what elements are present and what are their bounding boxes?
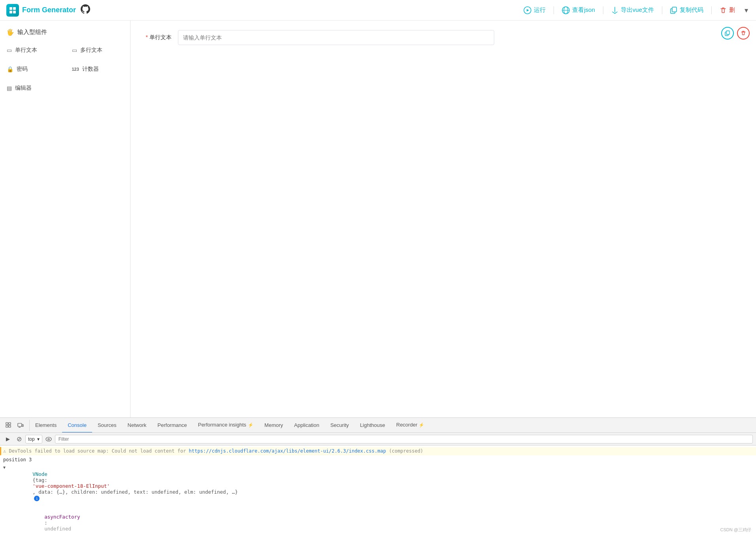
eye-icon[interactable] [44, 434, 53, 444]
tab-application[interactable]: Application [289, 418, 325, 433]
info-icon[interactable]: i [34, 496, 40, 501]
devtools-tabs: Elements Console Sources Network Perform… [0, 418, 756, 433]
tab-console[interactable]: Console [62, 418, 92, 433]
editor-label: 编辑器 [15, 85, 32, 92]
form-preview: *单行文本 [130, 21, 756, 417]
context-label: top [28, 436, 35, 442]
delete-label: 删 [729, 6, 735, 14]
delete-button[interactable]: 删 [720, 6, 735, 14]
play-button[interactable]: ▶ [3, 434, 13, 444]
form-actions [721, 27, 750, 40]
warning-text: ⚠ DevTools failed to load source map: Co… [3, 448, 189, 454]
more-button[interactable]: ▾ [743, 6, 750, 15]
form-label: *单行文本 [140, 34, 172, 41]
svg-rect-17 [9, 425, 11, 427]
svg-rect-15 [6, 425, 8, 427]
tab-security[interactable]: Security [325, 418, 354, 433]
tab-sources[interactable]: Sources [92, 418, 122, 433]
multiline-text-label: 多行文本 [80, 47, 102, 54]
warning-line: ⚠ DevTools failed to load source map: Co… [0, 447, 756, 455]
inspect-icon[interactable] [3, 420, 14, 431]
prop-asyncFactory: ▶ asyncFactory : undefined [0, 508, 756, 536]
password-label: 密码 [17, 66, 28, 73]
copy-code-button[interactable]: 复制代码 [670, 6, 703, 14]
view-json-label: 查看json [572, 6, 595, 14]
copy-field-button[interactable] [721, 27, 734, 40]
context-select[interactable]: top ▾ [25, 435, 42, 444]
copy-code-label: 复制代码 [680, 6, 703, 14]
main-area: 🖐 输入型组件 ▭ 单行文本 ▭ 多行文本 🔒 密码 123 计数器 ▤ 编辑 [0, 21, 756, 417]
performance-insights-icon: ⚡ [248, 418, 253, 432]
svg-marker-5 [527, 9, 529, 11]
sidebar-item-multiline-text[interactable]: ▭ 多行文本 [65, 41, 130, 60]
tab-memory[interactable]: Memory [259, 418, 289, 433]
run-button[interactable]: 运行 [524, 6, 546, 14]
svg-rect-19 [22, 425, 23, 427]
top-bar: Form Generator 运行 查看json [0, 0, 756, 21]
counter-icon: 123 [72, 67, 79, 72]
svg-rect-1 [13, 7, 16, 10]
tab-lighthouse[interactable]: Lighthouse [354, 418, 391, 433]
svg-rect-18 [18, 423, 22, 427]
context-chevron: ▾ [37, 436, 40, 442]
export-vue-button[interactable]: 导出vue文件 [611, 6, 654, 14]
tab-recorder[interactable]: Recorder ⚡ [391, 418, 430, 433]
editor-icon: ▤ [7, 85, 12, 91]
devtools-content: ⚠ DevTools failed to load source map: Co… [0, 445, 756, 536]
tab-performance-insights[interactable]: Performance insights ⚡ [193, 418, 259, 433]
password-icon: 🔒 [7, 66, 13, 72]
stop-button[interactable]: ⊘ [14, 434, 24, 444]
vnode-root: ▼ VNode {tag: 'vue-component-18-ElInput'… [0, 464, 756, 508]
github-icon[interactable] [81, 4, 90, 16]
devices-icon[interactable] [15, 420, 26, 431]
sidebar-item-single-text[interactable]: ▭ 单行文本 [0, 41, 65, 60]
svg-rect-14 [6, 423, 8, 425]
vnode-toggle[interactable]: ▼ [3, 465, 9, 470]
filter-input[interactable] [55, 435, 753, 444]
svg-rect-16 [9, 423, 11, 425]
position-line: position 3 [0, 455, 756, 464]
delete-field-button[interactable] [737, 27, 750, 40]
sidebar-grid: ▭ 单行文本 ▭ 多行文本 🔒 密码 123 计数器 ▤ 编辑器 [0, 41, 130, 98]
svg-rect-2 [9, 11, 12, 13]
svg-rect-0 [9, 7, 12, 10]
svg-point-21 [46, 437, 51, 441]
form-row: *单行文本 [140, 30, 747, 45]
warning-suffix: (compressed) [389, 448, 423, 454]
vnode-desc: {tag: [32, 477, 50, 483]
view-json-button[interactable]: 查看json [562, 6, 595, 14]
divider [711, 6, 712, 14]
single-text-input[interactable] [178, 30, 494, 45]
svg-point-22 [48, 438, 49, 440]
svg-rect-3 [13, 11, 16, 13]
svg-rect-11 [672, 7, 677, 12]
svg-rect-13 [726, 31, 730, 34]
devtools-toolbar: ▶ ⊘ top ▾ [0, 433, 756, 445]
sidebar-item-counter[interactable]: 123 计数器 [65, 60, 130, 79]
tab-network[interactable]: Network [122, 418, 152, 433]
tab-elements[interactable]: Elements [30, 418, 62, 433]
logo-icon [6, 4, 19, 17]
devtools-panel: Elements Console Sources Network Perform… [0, 417, 756, 536]
export-vue-label: 导出vue文件 [621, 6, 654, 14]
warning-link[interactable]: https://cdnjs.cloudflare.com/ajax/libs/e… [189, 448, 386, 454]
devtools-icon-group [0, 420, 30, 431]
divider [662, 6, 662, 14]
recorder-icon: ⚡ [419, 418, 424, 432]
single-text-label: 单行文本 [15, 47, 37, 54]
app-logo: Form Generator [6, 4, 76, 17]
sidebar-item-editor[interactable]: ▤ 编辑器 [0, 79, 65, 98]
required-star: * [146, 34, 148, 40]
multiline-text-icon: ▭ [72, 47, 77, 53]
watermark: CSDN @三鸡仔 [720, 527, 751, 533]
sidebar-section-title: 🖐 输入型组件 [0, 25, 130, 41]
counter-label: 计数器 [82, 66, 99, 73]
sidebar-item-password[interactable]: 🔒 密码 [0, 60, 65, 79]
divider [603, 6, 603, 14]
single-text-icon: ▭ [7, 47, 12, 53]
run-label: 运行 [534, 6, 546, 14]
vnode-keyword: VNode [32, 471, 50, 477]
tab-performance[interactable]: Performance [152, 418, 192, 433]
top-bar-right: 运行 查看json 导出vue文件 复制代码 [524, 6, 750, 15]
divider [554, 6, 554, 14]
